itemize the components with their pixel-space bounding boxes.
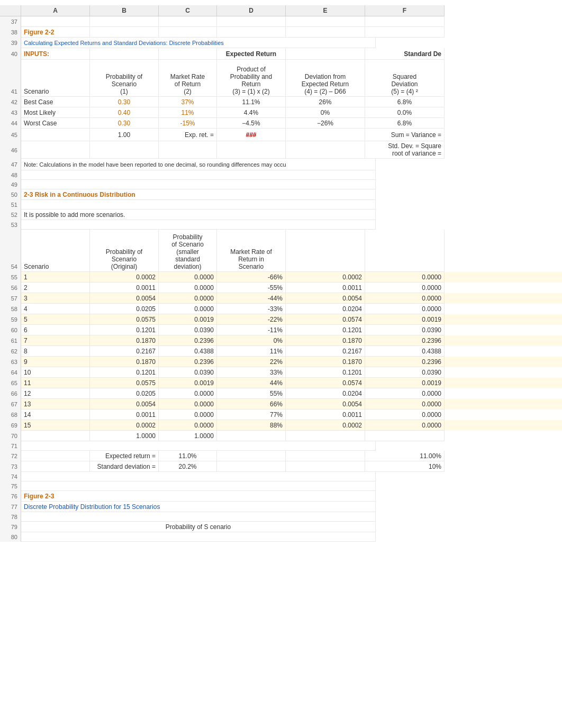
row-39: 39 Calculating Expected Returns and Stan… [0, 38, 562, 48]
cell-56-b: 0.0011 [90, 283, 159, 293]
cell-61-c: 0.2396 [159, 335, 217, 346]
cell-43-b: 0.40 [90, 107, 159, 118]
cell-38-c [159, 27, 217, 38]
row-num-80: 80 [0, 532, 21, 542]
cell-77-title: Discrete Probability Distribution for 15… [21, 502, 376, 512]
cell-46-d [217, 141, 286, 159]
row-64: 64 10 0.1201 0.0390 33% 0.1201 0.0390 [0, 367, 562, 378]
row-num-43: 43 [0, 107, 21, 118]
row-52: 52 It is possible to add more scenarios. [0, 210, 562, 220]
row-num-69: 69 [0, 420, 21, 431]
cell-37-d [217, 16, 286, 27]
cell-38-figure: Figure 2-2 [21, 27, 90, 38]
row-num-54: 54 [0, 230, 21, 272]
cell-73-d [217, 461, 286, 472]
cell-38-f [365, 27, 445, 38]
cell-72-a [21, 451, 90, 461]
cell-55-a: 1 [21, 272, 90, 283]
cell-66-b: 0.0205 [90, 388, 159, 399]
cell-39-title: Calculating Expected Returns and Standar… [21, 38, 376, 48]
cell-40-inputs: INPUTS: [21, 48, 90, 60]
cell-61-e: 0.1870 [286, 335, 365, 346]
row-num-61: 61 [0, 335, 21, 346]
cell-64-b: 0.1201 [90, 367, 159, 378]
cell-73-b: Standard deviation = [90, 461, 159, 472]
cell-78 [21, 512, 376, 522]
cell-56-c: 0.0000 [159, 283, 217, 293]
row-51: 51 [0, 200, 562, 210]
cell-59-c: 0.0019 [159, 314, 217, 325]
cell-54-e [286, 230, 365, 272]
row-62: 62 8 0.2167 0.4388 11% 0.2167 0.4388 [0, 346, 562, 357]
row-77: 77 Discrete Probability Distribution for… [0, 502, 562, 512]
cell-43-d: 4.4% [217, 107, 286, 118]
cell-62-e: 0.2167 [286, 346, 365, 357]
cell-73-c: 20.2% [159, 461, 217, 472]
cell-41-market: Market Rate of Return (2) [159, 60, 217, 97]
row-53: 53 [0, 220, 562, 230]
cell-65-b: 0.0575 [90, 378, 159, 388]
cell-57-e: 0.0054 [286, 293, 365, 304]
cell-68-d: 77% [217, 410, 286, 420]
cell-62-c: 0.4388 [159, 346, 217, 357]
cell-72-b: Expected return = [90, 451, 159, 461]
cell-58-e: 0.0204 [286, 304, 365, 314]
cell-41-deviation: Deviation from Expected Return (4) = (2)… [286, 60, 365, 97]
cell-73-f: 10% [365, 461, 445, 472]
cell-45-a [21, 129, 90, 141]
cell-43-c: 11% [159, 107, 217, 118]
row-num-68: 68 [0, 410, 21, 420]
cell-69-a: 15 [21, 420, 90, 431]
row-74: 74 [0, 472, 562, 481]
cell-66-d: 55% [217, 388, 286, 399]
cell-50-section: 2-3 Risk in a Continuous Distribution [21, 189, 376, 200]
cell-44-c: -15% [159, 118, 217, 129]
cell-70-f [365, 431, 445, 441]
row-num-66: 66 [0, 388, 21, 399]
cell-60-e: 0.1201 [286, 325, 365, 335]
cell-62-a: 8 [21, 346, 90, 357]
row-69: 69 15 0.0002 0.0000 88% 0.0002 0.0000 [0, 420, 562, 431]
cell-63-d: 22% [217, 357, 286, 367]
cell-65-a: 11 [21, 378, 90, 388]
row-num-71: 71 [0, 441, 21, 451]
cell-67-b: 0.0054 [90, 399, 159, 410]
cell-64-d: 33% [217, 367, 286, 378]
cell-67-e: 0.0054 [286, 399, 365, 410]
cell-64-a: 10 [21, 367, 90, 378]
cell-66-a: 12 [21, 388, 90, 399]
row-59: 59 5 0.0575 0.0019 -22% 0.0574 0.0019 [0, 314, 562, 325]
row-num-47: 47 [0, 159, 21, 170]
row-num-72: 72 [0, 451, 21, 461]
row-num-48: 48 [0, 170, 21, 180]
cell-56-f: 0.0000 [365, 283, 445, 293]
cell-57-d: -44% [217, 293, 286, 304]
cell-48 [21, 170, 376, 180]
cell-62-f: 0.4388 [365, 346, 445, 357]
row-num-45: 45 [0, 129, 21, 141]
cell-44-a: Worst Case [21, 118, 90, 129]
cell-44-e: −26% [286, 118, 365, 129]
row-num-51: 51 [0, 200, 21, 210]
cell-42-b: 0.30 [90, 97, 159, 107]
cell-37-e [286, 16, 365, 27]
cell-46-a [21, 141, 90, 159]
cell-44-f: 6.8% [365, 118, 445, 129]
row-num-79: 79 [0, 522, 21, 532]
cell-73-e [286, 461, 365, 472]
row-79: 79 Probability of S cenario [0, 522, 562, 532]
cell-45-f: Sum = Variance = [365, 129, 445, 141]
cell-46-b [90, 141, 159, 159]
row-49: 49 [0, 180, 562, 189]
col-header-f: F [365, 5, 445, 16]
cell-45-e [286, 129, 365, 141]
cell-47-note: Note: Calculations in the model have bee… [21, 159, 376, 170]
cell-57-f: 0.0000 [365, 293, 445, 304]
row-46: 46 Std. Dev. = Square root of variance = [0, 141, 562, 159]
cell-61-d: 0% [217, 335, 286, 346]
cell-46-e [286, 141, 365, 159]
cell-38-b [90, 27, 159, 38]
cell-60-c: 0.0390 [159, 325, 217, 335]
cell-65-e: 0.0574 [286, 378, 365, 388]
cell-74 [21, 472, 376, 481]
